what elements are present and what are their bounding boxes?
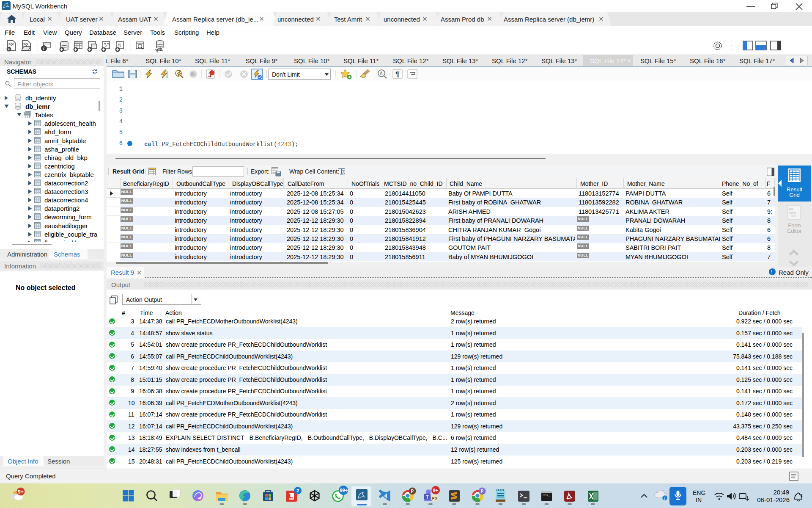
svg-text:20:49: 20:49 [773, 489, 789, 496]
svg-text:C:\>_: C:\>_ [543, 494, 550, 497]
svg-text:i: i [43, 46, 44, 51]
svg-text:A: A [380, 71, 383, 76]
svg-text:P: P [411, 489, 414, 494]
svg-text:9+: 9+ [18, 489, 24, 495]
svg-text:¶: ¶ [395, 71, 399, 78]
svg-text:PS: PS [432, 496, 437, 500]
svg-text:2: 2 [296, 488, 299, 493]
svg-text:z: z [801, 493, 803, 497]
svg-text:9+: 9+ [433, 488, 439, 493]
svg-text:P: P [481, 489, 484, 494]
svg-text:ENG: ENG [693, 489, 705, 496]
svg-text:A: A [343, 171, 345, 174]
svg-text:f(): f() [118, 43, 121, 47]
svg-text:IN: IN [696, 497, 702, 503]
svg-text:06-01-2026: 06-01-2026 [757, 496, 790, 503]
svg-text:T: T [426, 494, 429, 500]
svg-text:SQL: SQL [8, 43, 15, 46]
svg-text:99+: 99+ [340, 488, 348, 493]
svg-text:SQL: SQL [23, 43, 30, 46]
